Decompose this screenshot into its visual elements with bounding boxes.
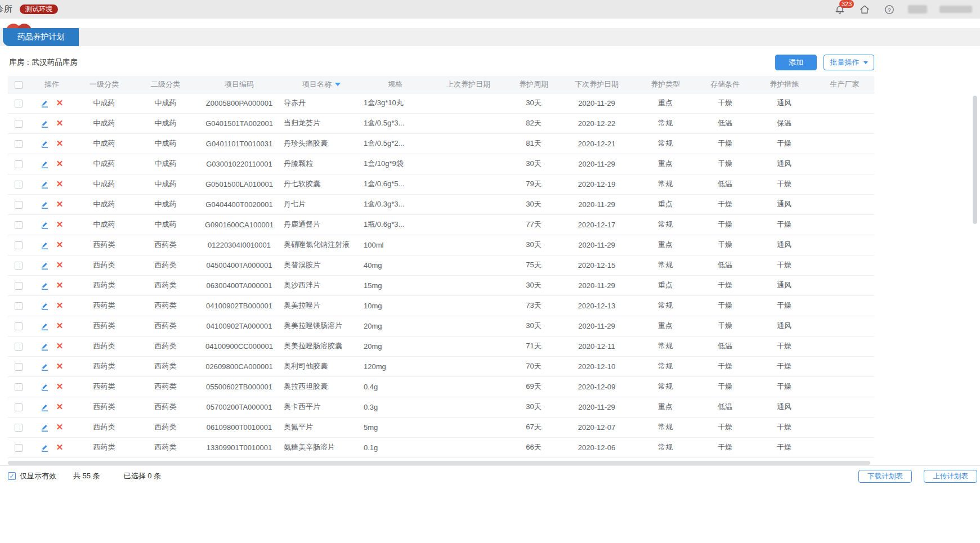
edit-icon[interactable] [41,383,49,391]
edit-icon[interactable] [41,423,49,432]
edit-icon[interactable] [41,140,49,148]
delete-icon[interactable]: ✕ [56,240,64,249]
row-checkbox[interactable] [15,140,23,148]
row-checkbox[interactable] [15,221,23,229]
delete-icon[interactable]: ✕ [56,138,64,148]
cell-next_date: 2020-12-17 [560,214,634,235]
cell-measure: 干燥 [753,356,815,376]
row-checkbox[interactable] [15,181,23,189]
user-avatar[interactable] [908,5,927,14]
cell-last_date [429,255,508,275]
upload-plan-button[interactable]: 上传计划表 [924,470,977,483]
cell-type: 重点 [634,93,697,113]
edit-icon[interactable] [41,281,49,290]
row-checkbox[interactable] [15,160,23,168]
cell-manufacturer [815,214,874,235]
table-row: ✕西药类西药类04100902TB000001奥美拉唑片10mg73天2020-… [8,295,874,316]
cell-cat2: 中成药 [134,194,197,214]
row-checkbox[interactable] [15,282,23,290]
edit-icon[interactable] [41,180,49,189]
cell-code: 02609800CA000001 [197,356,281,376]
cell-spec: 20mg [361,316,429,336]
cell-next_date: 2020-12-22 [560,113,634,133]
delete-icon[interactable]: ✕ [56,199,64,209]
only-valid-checkbox[interactable]: ✓ [8,472,16,480]
cell-select [8,376,29,397]
edit-icon[interactable] [41,261,49,270]
delete-icon[interactable]: ✕ [56,280,64,290]
select-all-checkbox[interactable] [15,81,23,89]
delete-icon[interactable]: ✕ [56,260,64,270]
cell-cat2: 中成药 [134,133,197,154]
download-plan-button[interactable]: 下载计划表 [858,470,912,483]
topbar-actions: 323 ? [834,0,972,19]
help-icon: ? [884,4,895,15]
delete-icon[interactable]: ✕ [56,382,64,391]
row-checkbox[interactable] [15,343,23,351]
header-storage: 存储条件 [697,76,753,93]
delete-icon[interactable]: ✕ [56,321,64,330]
edit-icon[interactable] [41,342,49,351]
delete-icon[interactable]: ✕ [56,341,64,351]
tab-drug-maintenance-plan[interactable]: 药品养护计划 [3,28,79,46]
delete-icon[interactable]: ✕ [56,442,64,452]
row-checkbox[interactable] [15,383,23,391]
row-checkbox[interactable] [15,403,23,411]
batch-operations-button[interactable]: 批量操作 [824,55,874,70]
edit-icon[interactable] [41,322,49,330]
help-button[interactable]: ? [883,3,896,16]
add-button[interactable]: 添加 [775,55,817,70]
edit-icon[interactable] [41,221,49,229]
row-checkbox[interactable] [15,262,23,270]
cell-period: 70天 [508,356,560,376]
edit-icon[interactable] [41,119,49,128]
delete-icon[interactable]: ✕ [56,300,64,310]
edit-icon[interactable] [41,403,49,411]
delete-icon[interactable]: ✕ [56,361,64,371]
home-button[interactable] [858,3,871,16]
delete-icon[interactable]: ✕ [56,179,64,189]
horizontal-scrollbar[interactable] [8,461,870,465]
cell-manufacturer [815,417,874,437]
cell-cat2: 西药类 [134,235,197,255]
delete-icon[interactable]: ✕ [56,159,64,168]
top-bar: 诊所 测试环境 323 ? [0,0,980,19]
delete-icon[interactable]: ✕ [56,402,64,411]
delete-icon[interactable]: ✕ [56,219,64,229]
notifications-button[interactable]: 323 [834,3,846,16]
row-checkbox[interactable] [15,322,23,330]
cell-type: 重点 [634,316,697,336]
cell-cat1: 中成药 [74,174,134,194]
cell-code: G0404400T0020001 [197,194,281,214]
sort-desc-icon[interactable] [335,83,341,86]
row-checkbox[interactable] [15,241,23,249]
edit-icon[interactable] [41,200,49,209]
edit-icon[interactable] [41,99,49,107]
edit-icon[interactable] [41,160,49,168]
delete-icon[interactable]: ✕ [56,118,64,128]
edit-icon[interactable] [41,443,49,452]
cell-manufacturer [815,93,874,113]
cell-last_date [429,275,508,295]
cell-cat2: 中成药 [134,113,197,133]
header-period: 养护周期 [508,76,560,93]
edit-icon[interactable] [41,302,49,310]
user-name[interactable] [939,6,972,13]
delete-icon[interactable]: ✕ [56,98,64,107]
delete-icon[interactable]: ✕ [56,422,64,432]
edit-icon[interactable] [41,362,49,371]
row-checkbox[interactable] [15,424,23,432]
header-item-name[interactable]: 项目名称 [281,76,361,93]
row-checkbox[interactable] [15,120,23,128]
row-checkbox[interactable] [15,302,23,310]
vertical-scrollbar[interactable] [973,96,977,224]
row-checkbox[interactable] [15,201,23,209]
row-checkbox[interactable] [15,444,23,452]
row-checkbox[interactable] [15,100,23,107]
cell-next_date: 2020-12-21 [560,133,634,154]
cell-type: 常规 [634,336,697,356]
cell-operations: ✕ [29,255,74,275]
edit-icon[interactable] [41,241,49,249]
cell-period: 69天 [508,376,560,397]
row-checkbox[interactable] [15,363,23,371]
